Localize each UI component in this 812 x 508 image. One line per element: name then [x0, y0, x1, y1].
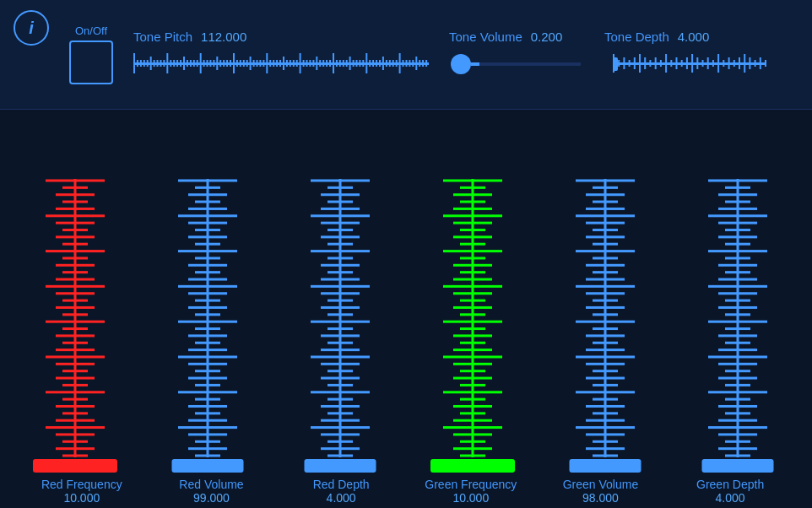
meter-4[interactable] [555, 179, 656, 474]
svg-rect-244 [328, 412, 353, 414]
svg-rect-118 [734, 60, 735, 67]
svg-rect-70 [362, 60, 364, 67]
svg-rect-97 [623, 57, 625, 69]
svg-rect-12 [170, 60, 171, 67]
svg-rect-153 [56, 363, 95, 365]
svg-rect-3 [140, 60, 142, 67]
svg-rect-20 [197, 60, 198, 67]
svg-rect-43 [273, 60, 274, 67]
tone-volume-slider[interactable] [449, 49, 584, 79]
svg-rect-243 [321, 405, 360, 408]
col-label-5: Green Depth4.000 [675, 478, 785, 505]
svg-rect-311 [586, 292, 625, 295]
svg-rect-56 [316, 57, 317, 70]
meter-1[interactable] [157, 179, 258, 474]
svg-rect-85 [412, 60, 414, 67]
meter-3[interactable] [422, 179, 523, 474]
meter-value: 99.000 [193, 491, 230, 505]
svg-rect-24 [209, 60, 211, 67]
svg-rect-194 [178, 355, 237, 358]
svg-rect-151 [56, 349, 95, 351]
svg-rect-217 [321, 222, 360, 224]
info-icon[interactable]: i [14, 10, 49, 46]
svg-rect-276 [460, 342, 485, 344]
svg-rect-80 [396, 60, 398, 67]
svg-rect-273 [443, 321, 502, 323]
svg-rect-158 [62, 398, 88, 401]
svg-rect-164 [62, 440, 88, 443]
svg-rect-108 [681, 60, 683, 67]
svg-rect-257 [453, 208, 492, 210]
meter-2[interactable] [290, 179, 391, 474]
svg-rect-266 [460, 271, 485, 273]
svg-rect-314 [593, 313, 618, 316]
svg-rect-131 [56, 208, 95, 210]
svg-rect-223 [321, 264, 360, 267]
svg-rect-265 [453, 264, 492, 267]
svg-rect-242 [328, 398, 353, 401]
svg-rect-174 [178, 214, 237, 217]
svg-rect-280 [460, 370, 485, 372]
svg-rect-94 [613, 62, 765, 65]
on-off-button[interactable] [69, 41, 113, 84]
svg-rect-304 [593, 243, 618, 246]
svg-rect-246 [311, 426, 370, 429]
svg-rect-133 [56, 222, 95, 224]
svg-rect-198 [195, 384, 220, 386]
svg-rect-240 [328, 384, 353, 386]
svg-rect-255 [453, 193, 492, 196]
meter-0[interactable] [24, 179, 126, 474]
svg-rect-117 [728, 57, 730, 69]
labels-row: Red Frequency10.000Red Volume99.000Red D… [0, 474, 812, 508]
tone-depth-slider[interactable] [604, 49, 773, 79]
svg-rect-298 [593, 201, 618, 203]
svg-rect-31 [233, 53, 235, 73]
svg-rect-46 [283, 57, 284, 70]
svg-rect-128 [62, 186, 88, 189]
pitch-slider-svg [133, 49, 429, 79]
svg-rect-293 [430, 459, 515, 473]
col-label-4: Green Volume98.000 [545, 478, 655, 505]
svg-rect-310 [576, 285, 635, 288]
svg-rect-207 [188, 447, 227, 450]
col-label-3: Green Frequency10.000 [416, 478, 526, 505]
tone-pitch-slider[interactable] [133, 49, 429, 79]
svg-rect-184 [178, 285, 237, 288]
svg-rect-209 [171, 459, 243, 473]
svg-rect-135 [56, 235, 95, 238]
svg-rect-148 [62, 327, 88, 330]
svg-rect-66 [349, 57, 351, 70]
svg-rect-162 [46, 426, 105, 429]
svg-rect-122 [755, 60, 756, 67]
svg-rect-302 [593, 229, 618, 231]
svg-rect-283 [443, 391, 502, 393]
svg-rect-143 [56, 292, 95, 295]
meter-value: 10.000 [63, 491, 100, 505]
svg-rect-187 [188, 306, 227, 309]
meter-base-svg [157, 457, 258, 474]
svg-rect-28 [223, 60, 225, 67]
svg-rect-234 [328, 342, 353, 344]
svg-rect-23 [207, 60, 208, 67]
svg-rect-37 [253, 60, 255, 67]
svg-rect-282 [460, 384, 485, 386]
svg-rect-58 [322, 60, 324, 67]
svg-rect-222 [328, 257, 353, 259]
svg-rect-350 [725, 271, 750, 273]
svg-rect-147 [46, 321, 105, 323]
meter-svg [24, 179, 126, 457]
svg-rect-371 [718, 419, 757, 422]
svg-rect-19 [193, 60, 195, 67]
svg-rect-256 [460, 201, 485, 203]
svg-rect-40 [263, 60, 264, 67]
svg-rect-228 [328, 300, 353, 302]
svg-rect-362 [708, 355, 767, 358]
svg-rect-270 [460, 300, 485, 302]
svg-rect-365 [718, 377, 757, 380]
meter-5[interactable] [687, 179, 788, 474]
svg-rect-258 [443, 214, 502, 217]
svg-rect-18 [190, 60, 192, 67]
svg-rect-45 [279, 60, 281, 67]
col-label-2: Red Depth4.000 [286, 478, 396, 505]
svg-rect-269 [453, 292, 492, 295]
